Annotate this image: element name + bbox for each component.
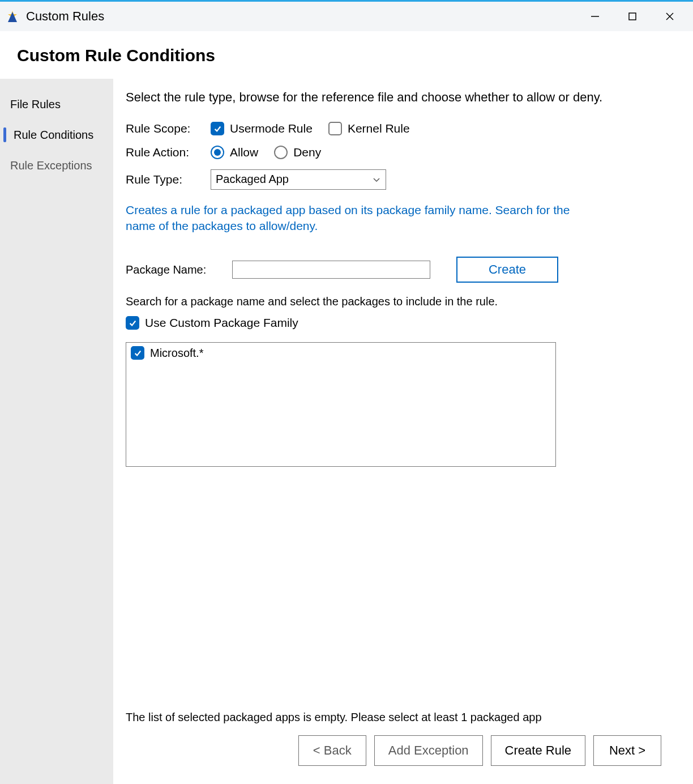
create-button[interactable]: Create [456,257,558,283]
radio-icon [274,146,288,159]
page-title: Custom Rule Conditions [17,46,676,65]
minimize-button[interactable] [576,5,614,28]
rule-type-label: Rule Type: [126,173,211,186]
sidebar-item-rule-conditions[interactable]: Rule Conditions [0,120,113,150]
checkbox-icon [126,316,139,330]
package-listbox[interactable]: Microsoft.* [126,342,556,467]
main-panel: Select the rule type, browse for the ref… [113,79,693,784]
svg-marker-1 [8,12,17,22]
add-exception-button[interactable]: Add Exception [374,735,483,766]
maximize-button[interactable] [614,5,651,28]
rule-type-selected: Packaged App [216,173,289,186]
app-wizard-icon [5,8,20,24]
package-name-row: Package Name: Create [126,257,677,283]
rule-scope-row: Rule Scope: Usermode Rule Kernel Rule [126,122,677,135]
deny-label: Deny [293,146,321,159]
radio-icon [211,146,224,159]
rule-action-label: Rule Action: [126,146,211,159]
usermode-rule-label: Usermode Rule [230,122,313,135]
sidebar-item-rule-exceptions[interactable]: Rule Exceptions [0,150,113,181]
custom-package-family-checkbox[interactable]: Use Custom Package Family [126,316,677,330]
create-rule-button[interactable]: Create Rule [491,735,585,766]
package-name-label: Package Name: [126,263,222,276]
close-button[interactable] [651,5,688,28]
sidebar: File Rules Rule Conditions Rule Exceptio… [0,79,113,784]
page-header: Custom Rule Conditions [0,31,693,79]
rule-scope-label: Rule Scope: [126,122,211,135]
next-button[interactable]: Next > [593,735,661,766]
rule-type-row: Rule Type: Packaged App [126,169,677,190]
package-search-hint: Search for a package name and select the… [126,295,677,308]
kernel-rule-checkbox[interactable]: Kernel Rule [328,122,410,135]
package-name-input[interactable] [232,261,430,279]
checkbox-icon [211,122,224,135]
svg-rect-3 [629,13,636,20]
window-title: Custom Rules [26,9,104,24]
rule-action-row: Rule Action: Allow Deny [126,146,677,159]
rule-type-hint: Creates a rule for a packaged app based … [126,202,579,235]
package-list-item[interactable]: Microsoft.* [131,346,551,360]
usermode-rule-checkbox[interactable]: Usermode Rule [211,122,313,135]
package-list-item-label: Microsoft.* [150,347,203,360]
rule-type-select[interactable]: Packaged App [211,169,386,190]
sidebar-item-file-rules[interactable]: File Rules [0,89,113,120]
allow-label: Allow [230,146,258,159]
footer-buttons: < Back Add Exception Create Rule Next > [126,735,677,781]
deny-radio[interactable]: Deny [274,146,321,159]
chevron-down-icon [372,175,381,184]
kernel-rule-label: Kernel Rule [348,122,410,135]
intro-text: Select the rule type, browse for the ref… [126,89,677,106]
checkbox-icon [131,346,144,360]
title-bar: Custom Rules [0,2,693,31]
custom-package-family-label: Use Custom Package Family [145,316,298,330]
allow-radio[interactable]: Allow [211,146,258,159]
status-message: The list of selected packaged apps is em… [126,711,677,724]
back-button[interactable]: < Back [298,735,366,766]
checkbox-icon [328,122,342,135]
